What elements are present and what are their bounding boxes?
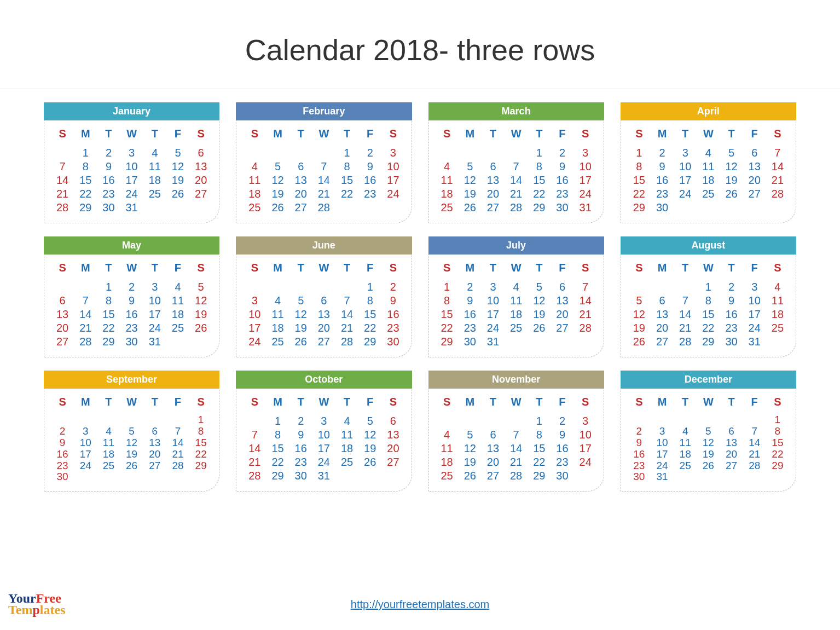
day-header: S <box>766 261 789 280</box>
day-cell: 27 <box>189 187 212 201</box>
day-cell: 24 <box>651 460 674 472</box>
day-header: M <box>74 127 97 146</box>
day-cell: 4 <box>143 146 166 160</box>
day-cell: 21 <box>166 449 189 460</box>
day-cell: 4 <box>697 146 720 160</box>
day-cell: 3 <box>74 426 97 437</box>
day-cell: 29 <box>97 335 120 349</box>
day-cell: 3 <box>743 280 766 294</box>
day-cell: 5 <box>628 294 651 308</box>
day-cell: 8 <box>766 426 789 437</box>
month-october: OctoberSMTWTFS01234567891011121314151617… <box>236 371 412 492</box>
day-cell: 20 <box>381 442 404 455</box>
day-cell: 16 <box>120 308 143 321</box>
month-header: July <box>428 236 604 255</box>
day-cell: 28 <box>505 201 528 215</box>
day-cell: 9 <box>551 160 573 174</box>
day-cell: 30 <box>381 335 404 349</box>
day-header: T <box>482 261 505 280</box>
day-cell: 22 <box>74 187 97 201</box>
day-cell: 23 <box>381 321 404 335</box>
day-cell: 30 <box>628 471 651 483</box>
day-cell: 12 <box>266 174 289 187</box>
day-cell: 15 <box>528 174 551 187</box>
day-cell: 19 <box>189 308 212 321</box>
day-cell: 23 <box>720 321 743 335</box>
day-header: M <box>459 127 482 146</box>
day-header: F <box>551 395 573 414</box>
day-cell: 7 <box>574 280 597 294</box>
day-cell: 6 <box>651 294 674 308</box>
day-header: S <box>381 395 404 414</box>
day-cell: 27 <box>720 460 743 472</box>
day-cell: 21 <box>505 187 528 201</box>
day-header: T <box>335 127 358 146</box>
day-cell: 27 <box>551 321 573 335</box>
day-cell: 19 <box>166 174 189 187</box>
day-cell: 25 <box>266 335 289 349</box>
day-cell: 31 <box>651 471 674 483</box>
day-cell: 13 <box>743 160 766 174</box>
day-cell: 14 <box>166 437 189 449</box>
day-cell: 26 <box>289 335 312 349</box>
day-cell: 27 <box>482 201 505 215</box>
day-header: S <box>436 261 459 280</box>
day-cell: 15 <box>266 442 289 455</box>
day-cell: 23 <box>97 187 120 201</box>
day-cell: 4 <box>436 160 459 174</box>
month-header: September <box>44 371 219 389</box>
day-cell: 17 <box>674 174 697 187</box>
day-cell: 19 <box>266 187 289 201</box>
day-cell: 31 <box>143 335 166 349</box>
day-cell: 16 <box>551 174 573 187</box>
day-cell: 20 <box>289 187 312 201</box>
day-cell: 27 <box>51 335 74 349</box>
day-cell: 14 <box>743 437 766 449</box>
day-header: T <box>335 395 358 414</box>
day-header: F <box>743 127 766 146</box>
day-cell: 23 <box>459 321 482 335</box>
day-cell: 22 <box>528 455 551 469</box>
day-header: S <box>381 261 404 280</box>
day-header: F <box>551 127 573 146</box>
day-cell: 9 <box>459 294 482 308</box>
day-cell: 16 <box>459 308 482 321</box>
day-cell: 21 <box>335 321 358 335</box>
day-cell: 13 <box>720 437 743 449</box>
day-cell: 22 <box>266 455 289 469</box>
month-march: MarchSMTWTFS0000123456789101112131415161… <box>428 103 604 223</box>
day-header: T <box>289 395 312 414</box>
day-cell: 7 <box>166 426 189 437</box>
day-cell: 20 <box>482 455 505 469</box>
day-cell: 24 <box>381 187 404 201</box>
day-cell: 30 <box>551 201 573 215</box>
day-header: F <box>358 261 381 280</box>
day-header: F <box>166 261 189 280</box>
day-cell: 8 <box>97 294 120 308</box>
day-header: T <box>720 395 743 414</box>
day-cell: 15 <box>189 437 212 449</box>
day-cell: 10 <box>74 437 97 449</box>
day-cell: 6 <box>289 160 312 174</box>
day-cell: 22 <box>766 449 789 460</box>
day-cell: 8 <box>74 160 97 174</box>
day-header: T <box>674 127 697 146</box>
day-cell: 26 <box>720 187 743 201</box>
day-header: W <box>120 127 143 146</box>
day-cell: 14 <box>505 442 528 455</box>
day-cell: 1 <box>189 414 212 426</box>
day-cell: 9 <box>720 294 743 308</box>
day-cell: 30 <box>720 335 743 349</box>
day-cell: 24 <box>143 321 166 335</box>
day-cell: 29 <box>528 469 551 483</box>
day-cell: 9 <box>358 160 381 174</box>
day-cell: 5 <box>720 146 743 160</box>
day-cell: 14 <box>312 174 335 187</box>
day-header: T <box>97 395 120 414</box>
day-cell: 8 <box>358 294 381 308</box>
day-cell: 30 <box>51 471 74 483</box>
day-cell: 5 <box>358 414 381 428</box>
day-cell: 15 <box>697 308 720 321</box>
footer-link[interactable]: http://yourfreetemplates.com <box>351 598 489 611</box>
days-grid: SMTWTFS000000123456789101112131415161718… <box>621 395 796 483</box>
